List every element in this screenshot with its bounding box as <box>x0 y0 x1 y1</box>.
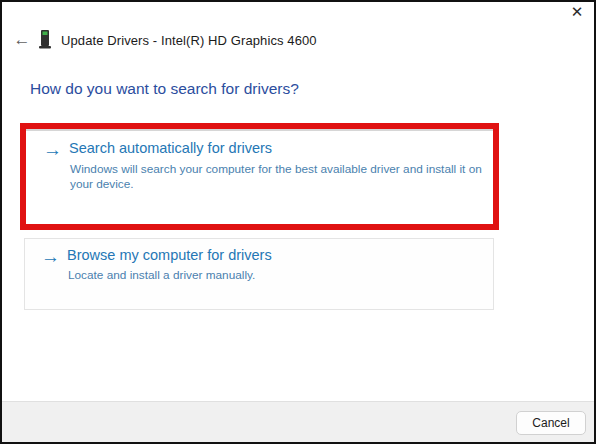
red-highlight-annotation: → Search automatically for drivers Windo… <box>20 123 499 230</box>
arrow-right-icon: → <box>43 140 62 159</box>
dialog-header: ← Update Drivers - Intel(R) HD Graphics … <box>2 24 594 56</box>
page-title: How do you want to search for drivers? <box>30 80 299 98</box>
close-icon[interactable]: ✕ <box>566 2 588 22</box>
back-icon[interactable]: ← <box>10 30 34 50</box>
update-drivers-dialog: ✕ ← Update Drivers - Intel(R) HD Graphic… <box>0 0 596 444</box>
display-adapter-icon <box>38 29 52 51</box>
search-automatically-title: Search automatically for drivers <box>69 140 272 156</box>
arrow-right-icon: → <box>41 247 60 266</box>
browse-computer-description: Locate and install a driver manually. <box>68 268 480 283</box>
dialog-footer: Cancel <box>2 401 594 442</box>
browse-computer-option[interactable]: → Browse my computer for drivers Locate … <box>24 238 494 310</box>
browse-computer-title: Browse my computer for drivers <box>67 247 272 263</box>
screenshot-canvas: ✕ ← Update Drivers - Intel(R) HD Graphic… <box>0 0 602 445</box>
dialog-title: Update Drivers - Intel(R) HD Graphics 46… <box>61 33 317 48</box>
cancel-button[interactable]: Cancel <box>516 411 586 435</box>
search-automatically-description: Windows will search your computer for th… <box>70 162 482 192</box>
search-automatically-option[interactable]: → Search automatically for drivers Windo… <box>26 129 493 131</box>
